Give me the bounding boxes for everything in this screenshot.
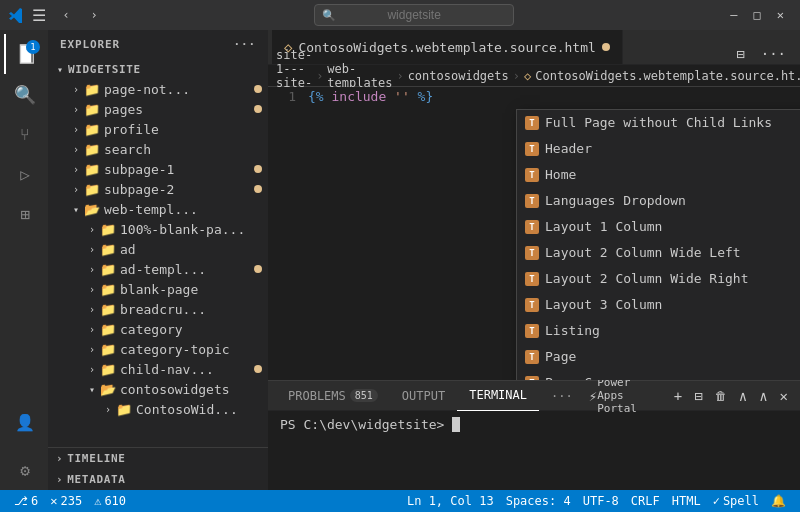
warning-count-item[interactable]: ⚠ 610 bbox=[88, 490, 132, 512]
ac-label: Layout 2 Column Wide Right bbox=[545, 268, 749, 290]
ac-item-languages[interactable]: T Languages Dropdown bbox=[517, 188, 800, 214]
maximize-panel-button[interactable]: ∧ bbox=[735, 386, 751, 406]
more-actions-button[interactable]: ··· bbox=[755, 44, 792, 64]
tree-root-widgetsite[interactable]: ▾ WIDGETSITE bbox=[48, 59, 268, 79]
tree-item-child-nav[interactable]: › 📁 child-nav... bbox=[48, 359, 268, 379]
ac-item-page-copy[interactable]: T Page Copy bbox=[517, 370, 800, 380]
tab-contoso[interactable]: ◇ ContosoWidgets.webtemplate.source.html bbox=[272, 30, 623, 64]
tree-chevron-icon: › bbox=[68, 161, 84, 177]
tree-label: web-templ... bbox=[104, 202, 254, 217]
tab-output[interactable]: OUTPUT bbox=[390, 381, 457, 411]
tree-item-page-not[interactable]: › 📁 page-not... bbox=[48, 79, 268, 99]
tab-more[interactable]: ··· bbox=[539, 381, 585, 411]
source-control-icon: ⑂ bbox=[20, 125, 30, 144]
folder-icon: 📁 bbox=[100, 362, 116, 377]
feedback-item[interactable]: 🔔 bbox=[765, 490, 792, 512]
editor-area: ◇ ContosoWidgets.webtemplate.source.html… bbox=[268, 30, 800, 490]
split-terminal-button[interactable]: ⊟ bbox=[690, 386, 706, 406]
menu-icon[interactable]: ☰ bbox=[32, 6, 46, 25]
ac-label: Layout 3 Column bbox=[545, 294, 662, 316]
tree-item-blank-page[interactable]: › 📁 blank-page bbox=[48, 279, 268, 299]
activity-search[interactable]: 🔍 bbox=[4, 74, 44, 114]
nav-back-button[interactable]: ‹ bbox=[54, 3, 78, 27]
ac-item-header[interactable]: T Header bbox=[517, 136, 800, 162]
tree-item-contosowidgets[interactable]: ▾ 📂 contosowidgets bbox=[48, 379, 268, 399]
explorer-badge: 1 bbox=[26, 40, 40, 54]
tree-item-100blank[interactable]: › 📁 100%-blank-pa... bbox=[48, 219, 268, 239]
ac-item-layout2wl[interactable]: T Layout 2 Column Wide Left bbox=[517, 240, 800, 266]
spell-item[interactable]: ✓ Spell bbox=[707, 490, 765, 512]
activity-accounts[interactable]: 👤 bbox=[4, 402, 44, 442]
tree-item-ad-templ[interactable]: › 📁 ad-templ... bbox=[48, 259, 268, 279]
tree-item-subpage2[interactable]: › 📁 subpage-2 bbox=[48, 179, 268, 199]
tree-item-web-templ[interactable]: ▾ 📂 web-templ... bbox=[48, 199, 268, 219]
tab-actions: ⊟ ··· bbox=[730, 44, 796, 64]
ac-item-full-page[interactable]: T Full Page without Child Links bbox=[517, 110, 800, 136]
tree-item-search[interactable]: › 📁 search bbox=[48, 139, 268, 159]
ac-item-layout1[interactable]: T Layout 1 Column bbox=[517, 214, 800, 240]
line-endings-item[interactable]: CRLF bbox=[625, 490, 666, 512]
language-item[interactable]: HTML bbox=[666, 490, 707, 512]
problems-badge: 851 bbox=[350, 389, 378, 402]
output-label: OUTPUT bbox=[402, 389, 445, 403]
editor-content[interactable]: 1 {% include '' %} T Full Page without C… bbox=[268, 87, 800, 380]
timeline-section[interactable]: › TIMELINE bbox=[48, 448, 268, 469]
tab-problems[interactable]: PROBLEMS 851 bbox=[276, 381, 390, 411]
modified-dot bbox=[254, 105, 262, 113]
ac-item-layout2wr[interactable]: T Layout 2 Column Wide Right bbox=[517, 266, 800, 292]
tree-item-category[interactable]: › 📁 category bbox=[48, 319, 268, 339]
error-count-item[interactable]: ✕ 235 bbox=[44, 490, 88, 512]
metadata-section[interactable]: › METADATA bbox=[48, 469, 268, 490]
tab-terminal[interactable]: TERMINAL bbox=[457, 381, 539, 411]
ac-item-layout3[interactable]: T Layout 3 Column bbox=[517, 292, 800, 318]
add-terminal-button[interactable]: + bbox=[670, 386, 686, 406]
tree-item-contosowid[interactable]: › 📁 ContosoWid... bbox=[48, 399, 268, 419]
activity-settings[interactable]: ⚙ bbox=[4, 450, 44, 490]
line-content[interactable]: {% include '' %} bbox=[308, 87, 800, 107]
breadcrumb-item-contoso[interactable]: contosowidgets bbox=[408, 69, 509, 83]
search-bar[interactable]: 🔍 bbox=[314, 4, 514, 26]
tree-item-profile[interactable]: › 📁 profile bbox=[48, 119, 268, 139]
close-panel-button[interactable]: ✕ bbox=[776, 386, 792, 406]
main-content: 1 🔍 ⑂ ▷ ⊞ 👤 ⚙ Explorer ··· ▾ W bbox=[0, 30, 800, 490]
token-brace2: } bbox=[425, 89, 433, 104]
breadcrumb-item-file[interactable]: ContosoWidgets.webtemplate.source.ht... bbox=[535, 69, 800, 83]
spaces-item[interactable]: Spaces: 4 bbox=[500, 490, 577, 512]
tree-item-category-topic[interactable]: › 📁 category-topic bbox=[48, 339, 268, 359]
tree-label: ContosoWid... bbox=[136, 402, 254, 417]
error-icon: ✕ bbox=[50, 494, 57, 508]
ac-item-home[interactable]: T Home bbox=[517, 162, 800, 188]
titlebar-search-input[interactable] bbox=[314, 4, 514, 26]
nav-forward-button[interactable]: › bbox=[82, 3, 106, 27]
minimize-button[interactable]: — bbox=[722, 4, 745, 26]
extensions-icon: ⊞ bbox=[20, 205, 30, 224]
close-button[interactable]: ✕ bbox=[769, 4, 792, 26]
encoding-item[interactable]: UTF-8 bbox=[577, 490, 625, 512]
tree-label: ad bbox=[120, 242, 254, 257]
ln-col-item[interactable]: Ln 1, Col 13 bbox=[401, 490, 500, 512]
activity-explorer[interactable]: 1 bbox=[4, 34, 44, 74]
activity-run[interactable]: ▷ bbox=[4, 154, 44, 194]
tree-item-pages[interactable]: › 📁 pages bbox=[48, 99, 268, 119]
kill-terminal-button[interactable]: 🗑 bbox=[711, 387, 731, 405]
modified-dot bbox=[254, 185, 262, 193]
tree-label: subpage-1 bbox=[104, 162, 254, 177]
terminal-prompt: PS C:\dev\widgetsite> bbox=[280, 417, 444, 432]
breadcrumb-item-web[interactable]: web-templates bbox=[327, 62, 392, 90]
ln-col-label: Ln 1, Col 13 bbox=[407, 494, 494, 508]
ac-item-page[interactable]: T Page bbox=[517, 344, 800, 370]
folder-icon: 📁 bbox=[84, 102, 100, 117]
maximize-button[interactable]: □ bbox=[746, 4, 769, 26]
ac-item-listing[interactable]: T Listing bbox=[517, 318, 800, 344]
chevron-up-button[interactable]: ∧ bbox=[755, 386, 771, 406]
sidebar-more-button[interactable]: ··· bbox=[233, 38, 256, 51]
tree-item-ad[interactable]: › 📁 ad bbox=[48, 239, 268, 259]
activity-extensions[interactable]: ⊞ bbox=[4, 194, 44, 234]
activity-source-control[interactable]: ⑂ bbox=[4, 114, 44, 154]
ac-template-icon: T bbox=[525, 246, 539, 260]
terminal-content[interactable]: PS C:\dev\widgetsite> bbox=[268, 411, 800, 490]
split-editor-button[interactable]: ⊟ bbox=[730, 44, 750, 64]
tree-item-subpage1[interactable]: › 📁 subpage-1 bbox=[48, 159, 268, 179]
tree-item-breadcru[interactable]: › 📁 breadcru... bbox=[48, 299, 268, 319]
git-branch-item[interactable]: ⎇ 6 bbox=[8, 490, 44, 512]
